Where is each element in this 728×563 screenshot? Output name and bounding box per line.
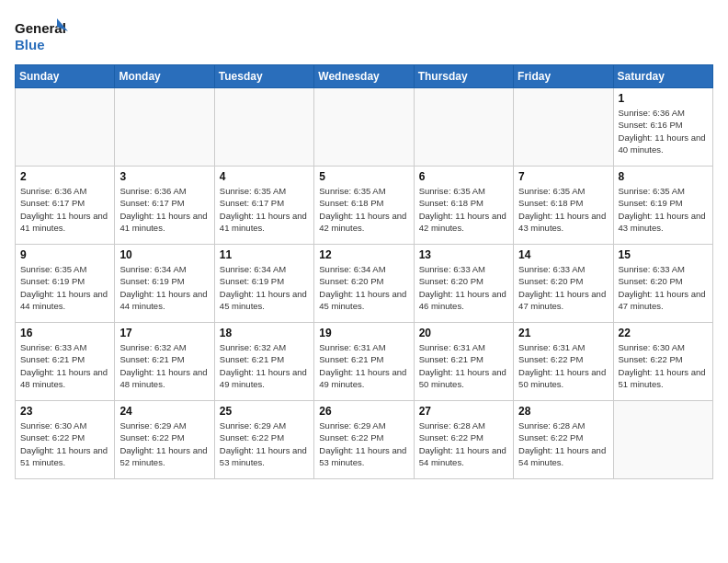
day-number: 24: [119, 405, 209, 418]
day-number: 17: [119, 327, 209, 339]
day-cell: [514, 88, 613, 167]
day-info: Sunrise: 6:29 AMSunset: 6:22 PMDaylight:…: [119, 419, 209, 468]
day-info: Sunrise: 6:31 AMSunset: 6:22 PMDaylight:…: [518, 341, 608, 390]
weekday-header-sunday: Sunday: [16, 65, 115, 88]
day-cell: 18Sunrise: 6:32 AMSunset: 6:21 PMDayligh…: [214, 323, 313, 401]
week-row-2: 2Sunrise: 6:36 AMSunset: 6:17 PMDaylight…: [16, 167, 713, 245]
day-cell: 23Sunrise: 6:30 AMSunset: 6:22 PMDayligh…: [16, 401, 115, 479]
weekday-header-wednesday: Wednesday: [314, 65, 414, 88]
day-number: 19: [319, 327, 408, 339]
day-number: 18: [220, 327, 309, 339]
day-number: 28: [518, 405, 608, 418]
day-number: 9: [20, 248, 109, 261]
day-info: Sunrise: 6:30 AMSunset: 6:22 PMDaylight:…: [619, 341, 708, 390]
week-row-5: 23Sunrise: 6:30 AMSunset: 6:22 PMDayligh…: [16, 401, 713, 479]
day-cell: 4Sunrise: 6:35 AMSunset: 6:17 PMDaylight…: [214, 167, 313, 245]
weekday-header-thursday: Thursday: [414, 65, 513, 88]
day-number: 8: [619, 170, 708, 183]
day-cell: 7Sunrise: 6:35 AMSunset: 6:18 PMDaylight…: [514, 167, 613, 245]
day-number: 25: [220, 405, 309, 418]
day-number: 5: [319, 170, 408, 183]
day-cell: 9Sunrise: 6:35 AMSunset: 6:19 PMDaylight…: [16, 245, 115, 323]
day-info: Sunrise: 6:34 AMSunset: 6:20 PMDaylight:…: [319, 263, 408, 312]
day-number: 14: [518, 248, 608, 261]
day-cell: 3Sunrise: 6:36 AMSunset: 6:17 PMDaylight…: [115, 167, 214, 245]
day-info: Sunrise: 6:31 AMSunset: 6:21 PMDaylight:…: [319, 341, 408, 390]
day-cell: 20Sunrise: 6:31 AMSunset: 6:21 PMDayligh…: [414, 323, 513, 401]
week-row-4: 16Sunrise: 6:33 AMSunset: 6:21 PMDayligh…: [16, 323, 713, 401]
day-cell: 14Sunrise: 6:33 AMSunset: 6:20 PMDayligh…: [514, 245, 613, 323]
week-row-1: 1Sunrise: 6:36 AMSunset: 6:16 PMDaylight…: [16, 88, 713, 167]
day-cell: 10Sunrise: 6:34 AMSunset: 6:19 PMDayligh…: [115, 245, 214, 323]
day-cell: [16, 88, 115, 167]
day-info: Sunrise: 6:33 AMSunset: 6:20 PMDaylight:…: [619, 263, 708, 312]
day-cell: 26Sunrise: 6:29 AMSunset: 6:22 PMDayligh…: [314, 401, 414, 479]
logo: GeneralBlue: [15, 15, 70, 55]
day-cell: 25Sunrise: 6:29 AMSunset: 6:22 PMDayligh…: [214, 401, 313, 479]
day-number: 6: [419, 170, 508, 183]
day-number: 2: [20, 170, 109, 183]
day-cell: [314, 88, 414, 167]
day-info: Sunrise: 6:28 AMSunset: 6:22 PMDaylight:…: [419, 419, 508, 468]
day-info: Sunrise: 6:31 AMSunset: 6:21 PMDaylight:…: [419, 341, 508, 390]
day-cell: 24Sunrise: 6:29 AMSunset: 6:22 PMDayligh…: [115, 401, 214, 479]
day-cell: 16Sunrise: 6:33 AMSunset: 6:21 PMDayligh…: [16, 323, 115, 401]
weekday-header-saturday: Saturday: [613, 65, 712, 88]
day-cell: 15Sunrise: 6:33 AMSunset: 6:20 PMDayligh…: [613, 245, 712, 323]
day-info: Sunrise: 6:35 AMSunset: 6:17 PMDaylight:…: [220, 185, 309, 234]
day-info: Sunrise: 6:35 AMSunset: 6:19 PMDaylight:…: [20, 263, 109, 312]
day-info: Sunrise: 6:36 AMSunset: 6:17 PMDaylight:…: [20, 185, 109, 234]
day-cell: 6Sunrise: 6:35 AMSunset: 6:18 PMDaylight…: [414, 167, 513, 245]
day-cell: 17Sunrise: 6:32 AMSunset: 6:21 PMDayligh…: [115, 323, 214, 401]
day-number: 7: [518, 170, 608, 183]
day-number: 3: [119, 170, 209, 183]
day-cell: 12Sunrise: 6:34 AMSunset: 6:20 PMDayligh…: [314, 245, 414, 323]
day-cell: [613, 401, 712, 479]
day-cell: 2Sunrise: 6:36 AMSunset: 6:17 PMDaylight…: [16, 167, 115, 245]
day-cell: [214, 88, 313, 167]
day-number: 16: [20, 327, 109, 339]
day-cell: 13Sunrise: 6:33 AMSunset: 6:20 PMDayligh…: [414, 245, 513, 323]
day-info: Sunrise: 6:34 AMSunset: 6:19 PMDaylight:…: [119, 263, 209, 312]
weekday-header-row: SundayMondayTuesdayWednesdayThursdayFrid…: [16, 65, 713, 88]
day-info: Sunrise: 6:29 AMSunset: 6:22 PMDaylight:…: [220, 419, 309, 468]
day-info: Sunrise: 6:33 AMSunset: 6:20 PMDaylight:…: [518, 263, 608, 312]
day-number: 27: [419, 405, 508, 418]
day-number: 13: [419, 248, 508, 261]
day-info: Sunrise: 6:35 AMSunset: 6:18 PMDaylight:…: [319, 185, 408, 234]
weekday-header-friday: Friday: [514, 65, 613, 88]
day-cell: 28Sunrise: 6:28 AMSunset: 6:22 PMDayligh…: [514, 401, 613, 479]
day-number: 26: [319, 405, 408, 418]
day-number: 11: [220, 248, 309, 261]
day-number: 12: [319, 248, 408, 261]
day-info: Sunrise: 6:32 AMSunset: 6:21 PMDaylight:…: [220, 341, 309, 390]
day-number: 21: [518, 327, 608, 339]
day-cell: [115, 88, 214, 167]
day-cell: 22Sunrise: 6:30 AMSunset: 6:22 PMDayligh…: [613, 323, 712, 401]
day-number: 20: [419, 327, 508, 339]
day-cell: 1Sunrise: 6:36 AMSunset: 6:16 PMDaylight…: [613, 88, 712, 167]
day-cell: 11Sunrise: 6:34 AMSunset: 6:19 PMDayligh…: [214, 245, 313, 323]
day-cell: 8Sunrise: 6:35 AMSunset: 6:19 PMDaylight…: [613, 167, 712, 245]
day-info: Sunrise: 6:28 AMSunset: 6:22 PMDaylight:…: [518, 419, 608, 468]
weekday-header-tuesday: Tuesday: [214, 65, 313, 88]
day-cell: 27Sunrise: 6:28 AMSunset: 6:22 PMDayligh…: [414, 401, 513, 479]
day-info: Sunrise: 6:35 AMSunset: 6:18 PMDaylight:…: [419, 185, 508, 234]
day-info: Sunrise: 6:32 AMSunset: 6:21 PMDaylight:…: [119, 341, 209, 390]
day-cell: 19Sunrise: 6:31 AMSunset: 6:21 PMDayligh…: [314, 323, 414, 401]
day-info: Sunrise: 6:35 AMSunset: 6:18 PMDaylight:…: [518, 185, 608, 234]
svg-text:Blue: Blue: [15, 37, 45, 52]
day-cell: 21Sunrise: 6:31 AMSunset: 6:22 PMDayligh…: [514, 323, 613, 401]
day-number: 10: [119, 248, 209, 261]
day-cell: [414, 88, 513, 167]
day-info: Sunrise: 6:36 AMSunset: 6:16 PMDaylight:…: [619, 107, 708, 155]
day-number: 15: [619, 248, 708, 261]
weekday-header-monday: Monday: [115, 65, 214, 88]
calendar: SundayMondayTuesdayWednesdayThursdayFrid…: [15, 64, 713, 479]
day-info: Sunrise: 6:33 AMSunset: 6:21 PMDaylight:…: [20, 341, 109, 390]
week-row-3: 9Sunrise: 6:35 AMSunset: 6:19 PMDaylight…: [16, 245, 713, 323]
day-number: 22: [619, 327, 708, 339]
day-number: 1: [619, 92, 708, 105]
day-info: Sunrise: 6:36 AMSunset: 6:17 PMDaylight:…: [119, 185, 209, 234]
day-number: 4: [220, 170, 309, 183]
